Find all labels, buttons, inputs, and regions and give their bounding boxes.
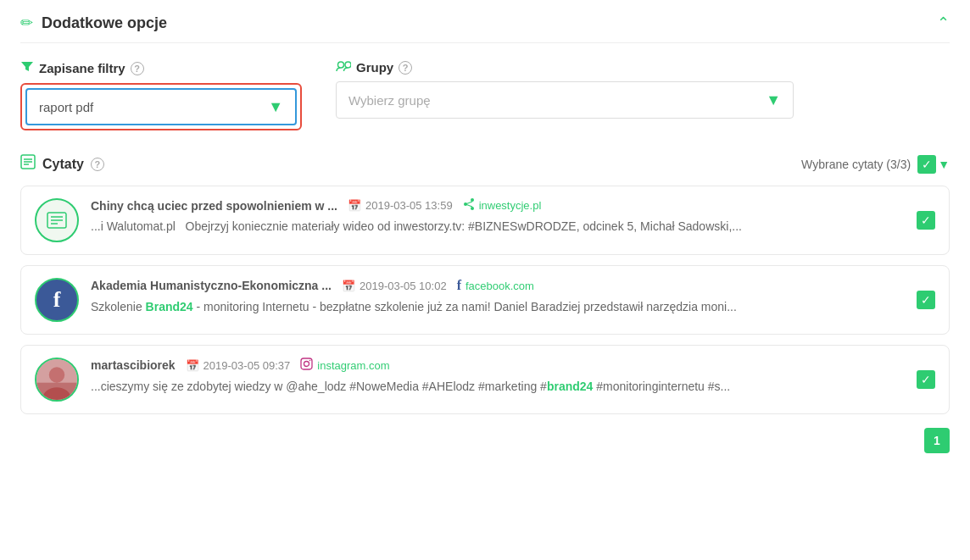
brand24-link[interactable]: Brand24 [146, 300, 193, 313]
selected-count: Wybrane cytaty (3/3) ✓ ▼ [801, 155, 950, 174]
saved-filters-help[interactable]: ? [131, 62, 144, 75]
list-item: f Akademia Humanistyczno-Ekonomiczna ...… [20, 265, 950, 335]
list-item: martascibiorek 📅 2019-03-05 09:37 instag… [20, 345, 950, 414]
card-check-icon[interactable]: ✓ [917, 291, 935, 309]
svg-point-9 [471, 207, 474, 210]
svg-point-18 [304, 362, 309, 367]
card-title: Chiny chcą uciec przed spowolnieniem w .… [91, 199, 337, 213]
svg-point-14 [49, 367, 64, 382]
groups-help[interactable]: ? [399, 61, 412, 75]
card-content: martascibiorek 📅 2019-03-05 09:37 instag… [91, 358, 905, 396]
brand24-link[interactable]: brand24 [547, 380, 593, 393]
cytaty-label-text: Cytaty [42, 157, 84, 172]
avatar: f [35, 278, 79, 322]
avatar [35, 198, 79, 242]
cytaty-icon [20, 154, 36, 174]
select-all-checkbox[interactable]: ✓ [917, 155, 936, 174]
svg-point-19 [309, 360, 311, 362]
groups-icon [336, 60, 351, 75]
saved-filters-label: Zapisane filtry [39, 61, 125, 75]
share-icon [463, 198, 475, 213]
card-checkbox[interactable]: ✓ [917, 291, 935, 309]
card-source[interactable]: instagram.com [300, 358, 389, 373]
groups-chevron-icon: ▼ [766, 91, 781, 109]
saved-filters-dropdown[interactable]: raport pdf ▼ [25, 88, 297, 125]
svg-rect-16 [36, 383, 77, 400]
saved-filters-chevron-icon: ▼ [268, 98, 283, 116]
card-check-icon[interactable]: ✓ [917, 211, 935, 230]
card-text: ...cieszymy się ze zdobytej wiedzy w @ah… [91, 378, 905, 396]
card-title: martascibiorek [91, 358, 176, 372]
card-checkbox[interactable]: ✓ [917, 211, 935, 230]
card-text: ...i Walutomat.pl Obejrzyj koniecznie ma… [91, 218, 905, 236]
groups-group: Grupy ? Wybierz grupę ▼ [336, 60, 794, 119]
collapse-icon[interactable]: ⌃ [937, 14, 950, 32]
calendar-icon: 📅 [348, 199, 361, 212]
select-dropdown-chevron-icon[interactable]: ▼ [938, 158, 950, 171]
svg-point-8 [471, 198, 474, 202]
groups-dropdown[interactable]: Wybierz grupę ▼ [336, 81, 794, 119]
card-text: Szkolenie Brand24 - monitoring Internetu… [91, 298, 905, 316]
card-source[interactable]: inwestycje.pl [463, 198, 542, 213]
facebook-icon: f [457, 278, 461, 293]
section-title: Dodatkowe opcje [42, 14, 167, 32]
selected-count-label: Wybrane cytaty (3/3) [801, 158, 911, 171]
pagination: 1 [20, 428, 950, 460]
calendar-icon: 📅 [186, 359, 199, 372]
card-check-icon[interactable]: ✓ [917, 370, 935, 389]
card-date: 📅 2019-03-05 09:37 [186, 359, 291, 372]
source-link[interactable]: facebook.com [465, 280, 534, 292]
cytaty-help[interactable]: ? [91, 158, 104, 171]
check-dropdown[interactable]: ✓ ▼ [917, 155, 950, 174]
groups-placeholder: Wybierz grupę [348, 93, 431, 108]
card-title: Akademia Humanistyczno-Ekonomiczna ... [91, 279, 332, 292]
avatar [35, 358, 79, 402]
card-checkbox[interactable]: ✓ [917, 370, 935, 389]
groups-label: Grupy [356, 60, 393, 75]
card-date: 📅 2019-03-05 13:59 [348, 199, 453, 212]
page-1-button[interactable]: 1 [924, 428, 950, 453]
card-content: Akademia Humanistyczno-Ekonomiczna ... 📅… [91, 278, 905, 316]
filter-icon [20, 60, 34, 76]
card-content: Chiny chcą uciec przed spowolnieniem w .… [91, 198, 905, 236]
cytaty-section: Cytaty ? Wybrane cytaty (3/3) ✓ ▼ Chiny … [20, 154, 950, 414]
card-date: 📅 2019-03-05 10:02 [342, 280, 447, 292]
saved-filters-value: raport pdf [39, 100, 93, 114]
saved-filters-group: Zapisane filtry ? raport pdf ▼ [20, 60, 302, 130]
edit-icon: ✏ [20, 14, 33, 32]
calendar-icon: 📅 [342, 280, 355, 292]
saved-filters-dropdown-wrapper: raport pdf ▼ [20, 83, 302, 130]
instagram-icon [300, 358, 313, 373]
list-item: Chiny chcą uciec przed spowolnieniem w .… [20, 186, 950, 255]
card-source[interactable]: f facebook.com [457, 278, 534, 293]
